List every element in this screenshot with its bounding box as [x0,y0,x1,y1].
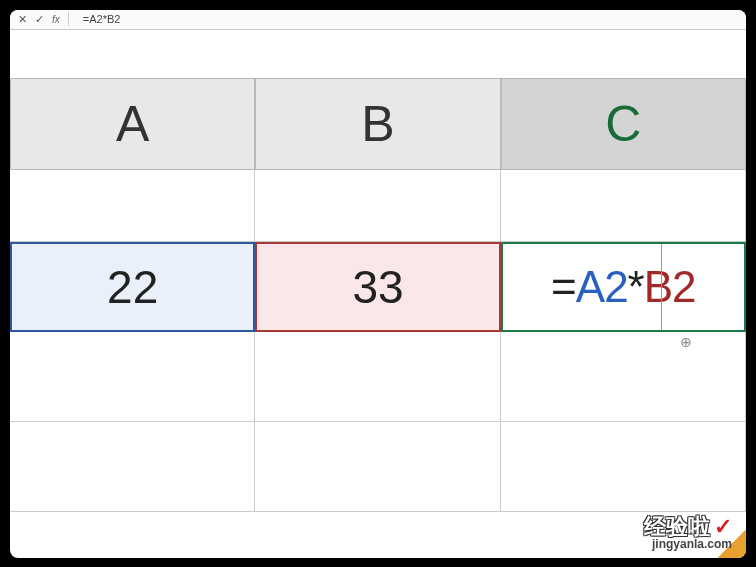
worksheet[interactable]: A B C 22 33 =A2*B2 [10,78,746,512]
column-header-a[interactable]: A [10,78,255,170]
cell-a2[interactable]: 22 [10,242,255,332]
confirm-formula-button[interactable]: ✓ [35,13,44,26]
cell-b2[interactable]: 33 [255,242,500,332]
fx-icon[interactable]: fx [52,14,60,25]
spreadsheet-window: ✕ ✓ fx =A2*B2 A B C 22 33 [10,10,746,558]
row-4 [10,422,746,512]
cell-c2[interactable]: =A2*B2 [501,242,746,332]
cell-b1[interactable] [255,170,500,242]
column-header-b[interactable]: B [255,78,500,170]
row-1 [10,170,746,242]
cell-a3[interactable] [10,332,255,422]
cell-c1[interactable] [501,170,746,242]
row-2: 22 33 =A2*B2 [10,242,746,332]
formula-display: =A2*B2 [551,262,695,312]
formula-bar: ✕ ✓ fx =A2*B2 [10,10,746,30]
outer-frame: ✕ ✓ fx =A2*B2 A B C 22 33 [0,0,756,567]
watermark-main: 经验啦 [644,514,710,539]
watermark-sub: jingyanla.com [644,538,732,550]
formula-bar-input[interactable]: =A2*B2 [83,13,121,25]
column-headers: A B C [10,78,746,170]
watermark-check-icon: ✓ [714,514,732,539]
formula-operator: * [628,262,644,311]
watermark: 经验啦 ✓ jingyanla.com [644,516,732,550]
edit-divider [661,244,662,330]
formula-equals: = [551,262,576,311]
row-3 [10,332,746,422]
cell-b3[interactable] [255,332,500,422]
cancel-formula-button[interactable]: ✕ [18,13,27,26]
separator [68,12,69,26]
cell-a1[interactable] [10,170,255,242]
cell-b4[interactable] [255,422,500,512]
cell-c3[interactable] [501,332,746,422]
formula-ref-b2: B2 [644,262,696,311]
formula-ref-a2: A2 [576,262,628,311]
column-header-c[interactable]: C [501,78,746,170]
cell-c4[interactable] [501,422,746,512]
cell-a4[interactable] [10,422,255,512]
